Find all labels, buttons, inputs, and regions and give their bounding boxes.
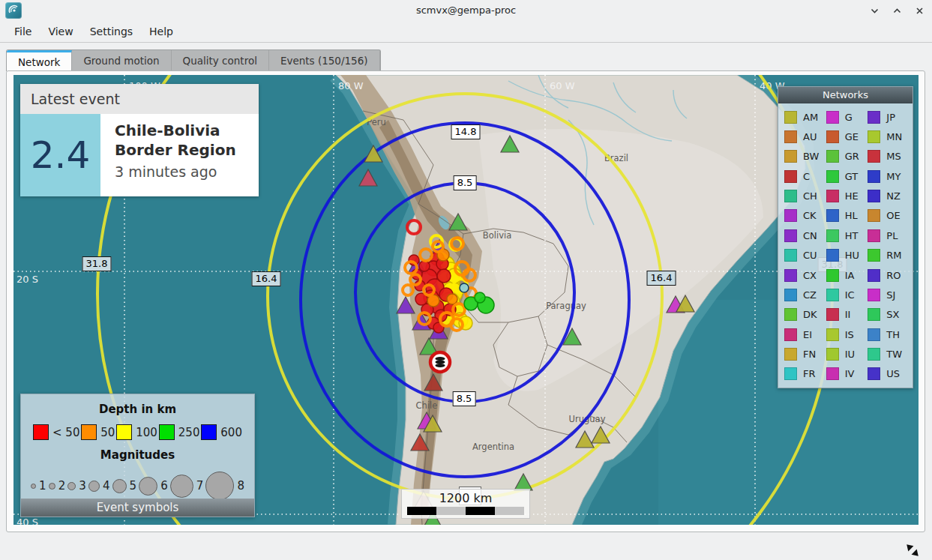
event-circle[interactable] xyxy=(460,283,469,292)
tab-network[interactable]: Network xyxy=(7,50,72,71)
map-ocean-atlantic xyxy=(658,300,919,525)
country-label: Bolivia xyxy=(483,230,511,241)
minimize-button[interactable] xyxy=(869,5,880,16)
tab-events-150-156-[interactable]: Events (150/156) xyxy=(269,50,380,71)
tab-bar: NetworkGround motionQuality controlEvent… xyxy=(6,49,381,71)
event-circle[interactable] xyxy=(475,292,485,303)
event-circle[interactable] xyxy=(437,269,451,283)
resize-cursor-icon xyxy=(904,541,922,559)
menu-item-settings[interactable]: Settings xyxy=(82,22,141,40)
epicenter-marker[interactable] xyxy=(430,352,450,372)
tab-quality-control[interactable]: Quality control xyxy=(172,50,269,71)
country-label: Chile xyxy=(416,400,438,411)
window-title: scmvx@gempa-proc xyxy=(0,4,932,16)
parallel-label: 20 S xyxy=(16,274,38,285)
title-bar[interactable]: scmvx@gempa-proc xyxy=(0,0,932,20)
meridian-label: 80 W xyxy=(338,80,364,91)
map-canvas[interactable]: PeruBrazilBoliviaParaguayChileUruguayArg… xyxy=(13,75,919,525)
meridian-label: 100 W xyxy=(129,80,160,91)
event-circle[interactable] xyxy=(419,261,430,271)
menu-item-view[interactable]: View xyxy=(40,22,81,40)
menu-bar: FileViewSettingsHelp xyxy=(0,20,932,43)
menu-item-help[interactable]: Help xyxy=(141,22,181,40)
menu-item-file[interactable]: File xyxy=(6,22,40,40)
close-button[interactable] xyxy=(914,5,925,16)
meridian-label: 60 W xyxy=(550,80,575,91)
country-label: Argentina xyxy=(472,442,514,452)
country-label: Paraguay xyxy=(546,301,586,311)
maximize-button[interactable] xyxy=(892,5,902,16)
tab-ground-motion[interactable]: Ground motion xyxy=(72,50,171,71)
parallel-label: 40 S xyxy=(16,517,38,525)
